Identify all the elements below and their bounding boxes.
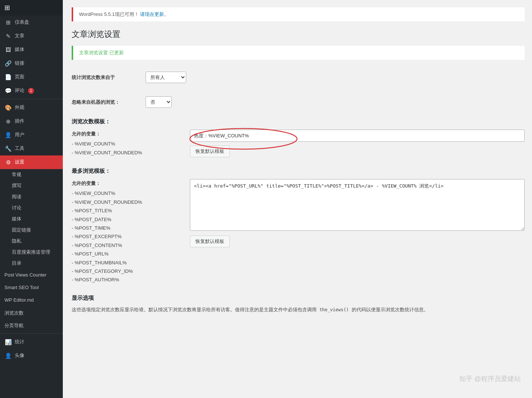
tools-icon: 🔧 (4, 145, 12, 152)
comments-badge: 1 (28, 88, 34, 94)
count-from-label: 统计浏览次数来自于 (72, 74, 146, 81)
mv-var-7: - %POST_URL% (72, 250, 183, 258)
most-viewed-left: 允许的变量： - %VIEW_COUNT% - %VIEW_COUNT_ROUN… (72, 179, 183, 284)
comments-icon: 💬 (4, 87, 12, 95)
sidebar-item-label: 用户 (15, 131, 24, 138)
plugins-icon: ⊕ (4, 117, 12, 125)
sidebar-item-post-views-counter[interactable]: Post Views Counter (0, 269, 63, 281)
sidebar-item-pages[interactable]: 📄 页面 (0, 70, 63, 84)
wp-logo-icon: ⊞ (4, 4, 10, 12)
display-desc-1: 这些选项指定浏览次数应显示给谁。默认情况下浏览次数将显示给所有访客。值得注意的是… (72, 307, 317, 312)
sidebar-item-view-count[interactable]: 浏览次数 (0, 307, 63, 319)
count-from-field: 所有人 登录用户 访客 (146, 72, 525, 83)
sidebar-item-media[interactable]: 🖼 媒体 (0, 43, 63, 56)
restore-template-btn[interactable]: 恢复默认模板 (190, 145, 230, 157)
sidebar-item-label: 设置 (15, 159, 24, 165)
sidebar-sub-media[interactable]: 媒体 (0, 213, 63, 224)
sidebar-item-label: 媒体 (15, 46, 24, 53)
sidebar-item-wp-editor[interactable]: WP Editor.md (0, 294, 63, 306)
links-icon: 🔗 (4, 59, 12, 67)
sidebar-item-smart-seo-tool[interactable]: Smart SEO Tool (0, 281, 63, 294)
sidebar: ⊞ ⊞ 仪表盘 ✎ 文章 🖼 媒体 🔗 链接 📄 页面 💬 评论 1 🎨 外观 … (0, 0, 63, 398)
restore-most-viewed-btn[interactable]: 恢复默认模板 (190, 236, 230, 247)
var-view-count: - %VIEW_COUNT% (72, 140, 183, 148)
most-viewed-section-heading: 最多浏览模板： (72, 168, 525, 175)
sidebar-item-stats[interactable]: 📊 统计 (0, 335, 63, 349)
sidebar-item-comments[interactable]: 💬 评论 1 (0, 84, 63, 97)
view-count-template-section: 浏览次数模板： 允许的变量： - %VIEW_COUNT% - %VIEW_CO… (72, 118, 525, 157)
mv-var-6: - %POST_CONTENT% (72, 241, 183, 250)
allowed-vars-label: 允许的变量： (72, 130, 183, 138)
sidebar-item-label: WP Editor.md (4, 297, 34, 303)
sidebar-item-label: 外观 (15, 104, 24, 111)
sidebar-item-label: 浏览次数 (4, 310, 24, 316)
template-row: 允许的变量： - %VIEW_COUNT% - %VIEW_COUNT_ROUN… (72, 130, 525, 157)
sidebar-item-label: 页面 (15, 73, 24, 80)
sidebar-sub-general[interactable]: 常规 (0, 169, 63, 180)
count-from-row: 统计浏览次数来自于 所有人 登录用户 访客 (72, 69, 525, 86)
most-viewed-row: 允许的变量： - %VIEW_COUNT% - %VIEW_COUNT_ROUN… (72, 179, 525, 284)
template-input-wrapper: 热度：%VIEW_COUNT% (190, 130, 525, 142)
most-viewed-template-section: 最多浏览模板： 允许的变量： - %VIEW_COUNT% - %VIEW_CO… (72, 168, 525, 284)
count-from-select[interactable]: 所有人 登录用户 访客 (146, 72, 186, 83)
sidebar-item-plugins[interactable]: ⊕ 插件 (0, 114, 63, 128)
template-input[interactable]: 热度：%VIEW_COUNT% (190, 130, 525, 142)
sidebar-item-label: 文章 (15, 32, 24, 39)
sidebar-sub-discussion[interactable]: 讨论 (0, 202, 63, 213)
ignore-bots-select[interactable]: 否 是 (146, 96, 172, 108)
sidebar-sub-privacy[interactable]: 隐私 (0, 236, 63, 247)
most-viewed-allowed-vars: 允许的变量： - %VIEW_COUNT% - %VIEW_COUNT_ROUN… (72, 179, 183, 284)
sidebar-sub-permalink[interactable]: 固定链接 (0, 224, 63, 236)
mv-var-10: - %POST_AUTHOR% (72, 275, 183, 284)
sidebar-sub-writing[interactable]: 撰写 (0, 180, 63, 191)
sidebar-item-settings[interactable]: ⚙ 设置 (0, 155, 63, 169)
display-section-desc: 这些选项指定浏览次数应显示给谁。默认情况下浏览次数将显示给所有访客。值得注意的是… (72, 306, 525, 314)
template-right: 热度：%VIEW_COUNT% 恢复默认模板 (190, 130, 525, 157)
sidebar-item-links[interactable]: 🔗 链接 (0, 56, 63, 70)
update-now-link[interactable]: 请现在更新 (140, 11, 164, 17)
sidebar-item-label: 评论 (15, 87, 24, 94)
dashboard-icon: ⊞ (4, 18, 12, 26)
mv-var-2: - %POST_TITLE% (72, 206, 183, 215)
sidebar-item-appearance[interactable]: 🎨 外观 (0, 101, 63, 114)
posts-icon: ✎ (4, 32, 12, 40)
sidebar-item-dashboard[interactable]: ⊞ 仪表盘 (0, 16, 63, 29)
sidebar-item-pagination[interactable]: 分页导航 (0, 319, 63, 332)
ignore-bots-row: 忽略来自机器的浏览： 否 是 (72, 93, 525, 111)
sidebar-item-label: 仪表盘 (15, 19, 29, 25)
sidebar-item-posts[interactable]: ✎ 文章 (0, 29, 63, 43)
display-desc-2: 的代码以便显示浏览次数统计信息。 (352, 307, 429, 312)
sidebar-sub-baidu[interactable]: 百度搜索推送管理 (0, 247, 63, 258)
stats-icon: 📊 (4, 338, 12, 346)
sidebar-item-label: 工具 (15, 145, 24, 152)
sidebar-item-label: 统计 (15, 339, 24, 345)
var-view-count-rounded: - %VIEW_COUNT_ROUNDED% (72, 148, 183, 157)
most-viewed-textarea[interactable]: <li><a href="%POST_URL%" title="%POST_TI… (190, 179, 525, 231)
template-left: 允许的变量： - %VIEW_COUNT% - %VIEW_COUNT_ROUN… (72, 130, 183, 157)
mv-var-4: - %POST_TIME% (72, 224, 183, 232)
sidebar-item-label: 插件 (15, 118, 24, 124)
sidebar-item-avatar[interactable]: 👤 头像 (0, 349, 63, 363)
sidebar-sub-reading[interactable]: 阅读 (0, 191, 63, 202)
template-section-heading: 浏览次数模板： (72, 118, 525, 125)
settings-icon: ⚙ (4, 158, 12, 166)
sidebar-item-label: 头像 (15, 352, 24, 359)
allowed-vars: 允许的变量： - %VIEW_COUNT% - %VIEW_COUNT_ROUN… (72, 130, 183, 157)
ignore-bots-label: 忽略来自机器的浏览： (72, 99, 146, 106)
most-viewed-right: <li><a href="%POST_URL%" title="%POST_TI… (190, 179, 525, 247)
sidebar-item-tools[interactable]: 🔧 工具 (0, 142, 63, 155)
display-section: 显示选项 这些选项指定浏览次数应显示给谁。默认情况下浏览次数将显示给所有访客。值… (72, 295, 525, 314)
sidebar-item-label: Post Views Counter (4, 272, 47, 278)
page-title: 文章浏览设置 (72, 29, 525, 40)
sidebar-item-label: Smart SEO Tool (4, 284, 39, 291)
mv-var-9: - %POST_CATEGORY_ID% (72, 267, 183, 275)
media-icon: 🖼 (4, 46, 12, 54)
pages-icon: 📄 (4, 73, 12, 81)
sidebar-item-users[interactable]: 👤 用户 (0, 128, 63, 142)
avatar-icon: 👤 (4, 352, 12, 360)
display-code: the_views() (318, 307, 350, 313)
ignore-bots-field: 否 是 (146, 96, 525, 108)
mv-var-5: - %POST_EXCERPT% (72, 232, 183, 241)
sidebar-sub-toc[interactable]: 目录 (0, 258, 63, 269)
mv-var-8: - %POST_THUMBNAIL% (72, 258, 183, 267)
